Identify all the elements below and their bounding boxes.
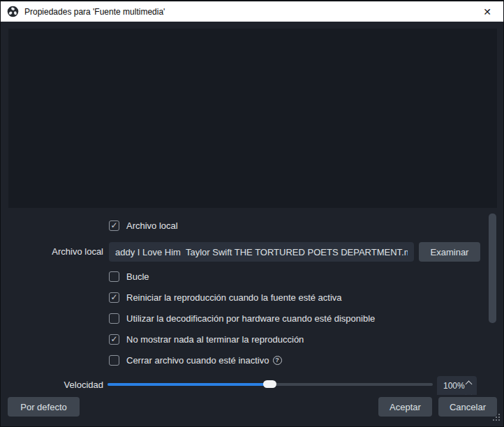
resize-grip-icon[interactable] <box>493 412 501 424</box>
help-icon: ? <box>273 356 282 365</box>
check-icon: ✓ <box>110 221 117 230</box>
defaults-button[interactable]: Por defecto <box>8 397 80 417</box>
properties-area: ✓ Archivo local Archivo local Examinar B… <box>1 208 504 395</box>
spin-down-button[interactable] <box>465 393 473 395</box>
checkbox-label-text: Cerrar archivo cuando esté inactivo <box>126 355 269 366</box>
properties-scrollbar[interactable] <box>489 208 496 395</box>
browse-button[interactable]: Examinar <box>419 242 480 262</box>
checkbox-label: Bucle <box>126 271 149 282</box>
media-preview <box>8 29 497 208</box>
speed-label: Velocidad <box>1 380 103 390</box>
checkbox-label: Archivo local <box>126 220 178 231</box>
file-path-input[interactable] <box>109 242 414 262</box>
titlebar: Propiedades para 'Fuente multimedia' ✕ <box>1 1 503 22</box>
checkbox-close-when-inactive[interactable] <box>109 355 119 366</box>
obs-logo-icon <box>7 6 19 17</box>
checkbox-label: No mostrar nada al terminar la reproducc… <box>126 334 304 345</box>
scrollbar-thumb[interactable] <box>489 214 496 323</box>
checkbox-restart-on-active[interactable]: ✓ <box>109 292 119 303</box>
speed-slider-fill <box>108 383 270 386</box>
checkbox-bucle[interactable] <box>109 271 119 282</box>
chevron-down-icon <box>466 392 473 395</box>
row-bucle-checkbox: Bucle <box>109 270 149 283</box>
accept-button[interactable]: Aceptar <box>378 397 432 417</box>
speed-slider[interactable] <box>108 383 433 386</box>
check-icon: ✓ <box>110 335 117 343</box>
checkbox-hw-decode[interactable] <box>109 313 119 324</box>
speed-spinbox[interactable]: 100% <box>437 376 477 395</box>
window-title: Propiedades para 'Fuente multimedia' <box>24 7 165 17</box>
check-icon: ✓ <box>110 293 117 301</box>
row-close-when-inactive-checkbox: Cerrar archivo cuando esté inactivo ? <box>109 354 282 366</box>
row-archivo-local-checkbox: ✓ Archivo local <box>109 219 178 232</box>
speed-value: 100% <box>443 381 465 391</box>
speed-slider-handle[interactable] <box>263 380 276 388</box>
checkbox-hide-on-end[interactable]: ✓ <box>109 334 119 345</box>
checkbox-label: Cerrar archivo cuando esté inactivo ? <box>126 355 282 366</box>
row-hw-decode-checkbox: Utilizar la decodificación por hardware … <box>109 312 375 324</box>
checkbox-archivo-local[interactable]: ✓ <box>109 220 119 231</box>
close-button[interactable]: ✕ <box>475 1 499 22</box>
checkbox-label: Reiniciar la reproducción cuando la fuen… <box>126 292 342 303</box>
row-restart-checkbox: ✓ Reiniciar la reproducción cuando la fu… <box>109 291 342 304</box>
checkbox-label: Utilizar la decodificación por hardware … <box>126 313 375 324</box>
cancel-button[interactable]: Cancelar <box>438 397 497 417</box>
row-hide-on-end-checkbox: ✓ No mostrar nada al terminar la reprodu… <box>109 333 304 345</box>
chevron-up-icon <box>466 381 473 388</box>
file-path-label: Archivo local <box>1 246 103 257</box>
media-source-properties-dialog: Propiedades para 'Fuente multimedia' ✕ ✓… <box>0 0 504 427</box>
spin-up-button[interactable] <box>465 380 473 388</box>
